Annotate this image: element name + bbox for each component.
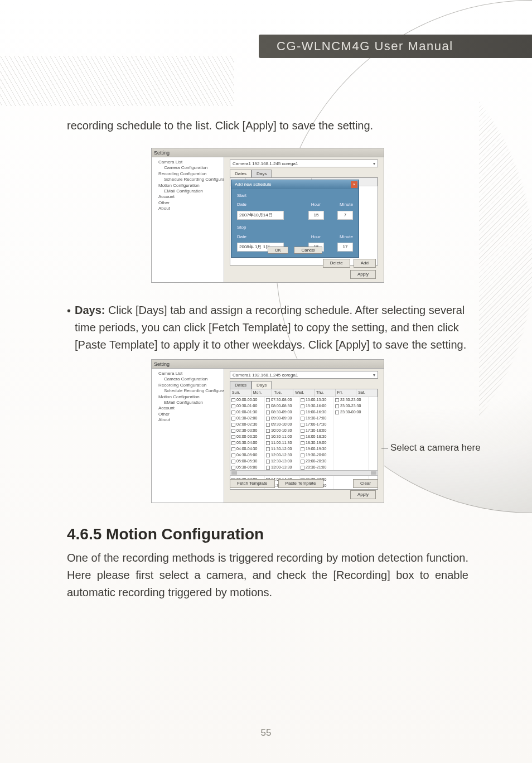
ok-button[interactable]: OK: [268, 247, 289, 254]
checkbox-icon[interactable]: [231, 441, 235, 445]
checkbox-icon[interactable]: [335, 404, 339, 408]
tree-item[interactable]: About: [154, 206, 221, 211]
time-slot-cell[interactable]: 23:00-23:30: [334, 403, 368, 409]
time-slot-cell[interactable]: 00:30-01:00: [230, 403, 264, 409]
time-slot-cell[interactable]: 08:30-09:00: [265, 409, 299, 416]
checkbox-icon[interactable]: [301, 417, 304, 421]
time-slot-cell[interactable]: 04:00-04:30: [230, 446, 264, 452]
time-slot-cell[interactable]: 22:30-23:00: [334, 397, 368, 403]
tree-item[interactable]: Recording Configuration: [154, 171, 221, 177]
checkbox-icon[interactable]: [266, 429, 270, 433]
time-slot-cell[interactable]: 17:00-17:30: [299, 422, 333, 428]
camera-select[interactable]: Camera1 192.168.1.245 corega1: [230, 160, 378, 167]
time-slot-cell[interactable]: 11:30-12:00: [265, 446, 299, 452]
time-slot-cell[interactable]: 18:00-18:30: [299, 434, 333, 440]
tree-item[interactable]: Schedule Recording Configuration: [154, 177, 221, 182]
checkbox-icon[interactable]: [266, 404, 270, 408]
time-slot-cell[interactable]: 00:00-00:30: [230, 397, 264, 403]
time-slot-cell[interactable]: 20:00-20:30: [299, 458, 333, 465]
tree-item[interactable]: Motion Configuration: [154, 394, 221, 400]
time-slot-cell[interactable]: 10:00-10:30: [265, 428, 299, 434]
time-slot-cell[interactable]: 02:30-03:00: [230, 428, 264, 434]
checkbox-icon[interactable]: [266, 466, 270, 470]
tree-item[interactable]: Account: [154, 405, 221, 411]
time-slot-cell[interactable]: 11:00-11:30: [265, 440, 299, 446]
checkbox-icon[interactable]: [231, 417, 235, 421]
checkbox-icon[interactable]: [266, 453, 270, 457]
tree-item[interactable]: About: [154, 417, 221, 423]
checkbox-icon[interactable]: [266, 435, 270, 439]
tree-item[interactable]: Camera List: [154, 160, 221, 165]
checkbox-icon[interactable]: [266, 447, 270, 451]
checkbox-icon[interactable]: [231, 453, 235, 457]
horizontal-scrollbar[interactable]: [230, 470, 378, 476]
checkbox-icon[interactable]: [335, 398, 339, 402]
cancel-button[interactable]: Cancel: [294, 247, 322, 254]
checkbox-icon[interactable]: [231, 423, 235, 427]
time-slot-cell[interactable]: 18:30-19:00: [299, 440, 333, 446]
time-slot-cell[interactable]: 01:30-02:00: [230, 416, 264, 422]
time-slot-cell[interactable]: 19:30-20:00: [299, 452, 333, 458]
checkbox-icon[interactable]: [266, 441, 270, 445]
camera-select[interactable]: Camera1 192.168.1.245 corega1: [230, 371, 378, 379]
tree-item[interactable]: Camera List: [154, 371, 221, 376]
time-slot-cell[interactable]: 23:30-00:00: [334, 409, 368, 416]
time-slot-cell[interactable]: 04:30-05:00: [230, 452, 264, 458]
checkbox-icon[interactable]: [301, 423, 304, 427]
time-slot-cell[interactable]: 10:30-11:00: [265, 434, 299, 440]
checkbox-icon[interactable]: [266, 398, 270, 402]
tree-item[interactable]: Account: [154, 194, 221, 200]
checkbox-icon[interactable]: [231, 411, 235, 414]
checkbox-icon[interactable]: [266, 411, 270, 414]
checkbox-icon[interactable]: [266, 417, 270, 421]
time-slot-cell[interactable]: 17:30-18:00: [299, 428, 333, 434]
checkbox-icon[interactable]: [301, 404, 304, 408]
paste-template-button[interactable]: Paste Template: [278, 479, 323, 488]
checkbox-icon[interactable]: [301, 453, 304, 457]
time-slot-cell[interactable]: 16:30-17:00: [299, 416, 333, 422]
time-slot-cell[interactable]: 09:00-09:30: [265, 416, 299, 422]
checkbox-icon[interactable]: [301, 447, 304, 451]
checkbox-icon[interactable]: [231, 404, 235, 408]
tree-item[interactable]: EMail Configuration: [154, 400, 221, 405]
add-button[interactable]: Add: [354, 259, 376, 268]
checkbox-icon[interactable]: [231, 447, 235, 451]
checkbox-icon[interactable]: [231, 429, 235, 433]
time-slot-cell[interactable]: 15:00-15:30: [299, 397, 333, 403]
time-slot-cell[interactable]: 15:30-16:00: [299, 403, 333, 409]
tree-item[interactable]: Other: [154, 200, 221, 206]
checkbox-icon[interactable]: [301, 466, 304, 470]
tree-item[interactable]: Camera Configuration: [154, 165, 221, 171]
apply-button[interactable]: Apply: [350, 270, 376, 279]
tree-item[interactable]: Motion Configuration: [154, 183, 221, 189]
clear-button[interactable]: Clear: [353, 479, 378, 488]
tree-item[interactable]: Recording Configuration: [154, 383, 221, 388]
apply-button[interactable]: Apply: [350, 490, 376, 499]
time-slot-cell[interactable]: 08:00-08:30: [265, 403, 299, 409]
tree-item[interactable]: Camera Configuration: [154, 376, 221, 382]
start-min-field[interactable]: 7: [337, 211, 353, 220]
time-slot-cell[interactable]: 03:00-03:30: [230, 434, 264, 440]
checkbox-icon[interactable]: [301, 435, 304, 439]
start-date-field[interactable]: 2007年10月14日: [237, 211, 284, 220]
checkbox-icon[interactable]: [266, 423, 270, 427]
time-slot-cell[interactable]: 02:00-02:30: [230, 422, 264, 428]
time-slot-cell[interactable]: 07:30-08:00: [265, 397, 299, 403]
checkbox-icon[interactable]: [335, 411, 339, 414]
fetch-template-button[interactable]: Fetch Template: [230, 479, 275, 488]
time-slot-cell[interactable]: 09:30-10:00: [265, 422, 299, 428]
checkbox-icon[interactable]: [301, 441, 304, 445]
start-hour-field[interactable]: 15: [308, 211, 324, 220]
checkbox-icon[interactable]: [301, 460, 304, 463]
time-slot-cell[interactable]: 03:30-04:00: [230, 440, 264, 446]
checkbox-icon[interactable]: [301, 411, 304, 414]
checkbox-icon[interactable]: [266, 460, 270, 463]
checkbox-icon[interactable]: [301, 398, 304, 402]
checkbox-icon[interactable]: [231, 466, 235, 470]
checkbox-icon[interactable]: [231, 435, 235, 439]
time-slot-cell[interactable]: 16:00-16:30: [299, 409, 333, 416]
time-slot-cell[interactable]: 12:00-12:30: [265, 452, 299, 458]
checkbox-icon[interactable]: [231, 398, 235, 402]
checkbox-icon[interactable]: [301, 429, 304, 433]
time-slot-cell[interactable]: 19:00-19:30: [299, 446, 333, 452]
